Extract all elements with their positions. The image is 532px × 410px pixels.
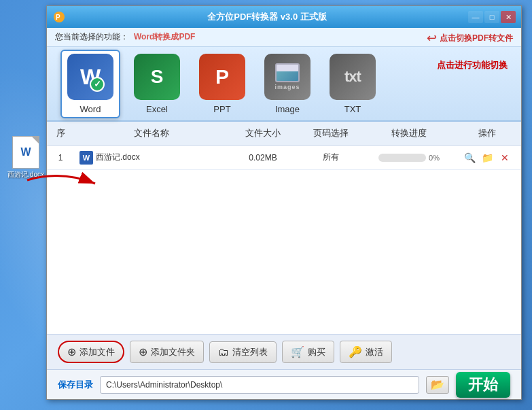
excel-icon-box: S [134, 54, 180, 100]
app-icon: P [52, 10, 66, 24]
excel-label: Excel [146, 104, 168, 114]
window-controls: — □ ✕ [468, 11, 516, 23]
word-icon-inner: W ✓ [80, 66, 101, 88]
table-body: 1 W 西游记.docx 0.02MB 所有 0% [47, 146, 521, 334]
func-annotation: 点击进行功能切换 [437, 59, 508, 71]
add-folder-label: 添加文件夹 [151, 346, 195, 358]
folder-open-icon[interactable]: 📁 [480, 151, 494, 165]
func-annotation-text: 点击进行功能切换 [437, 59, 508, 71]
txt-icon-box: txt [330, 54, 376, 100]
table-header: 序 文件名称 文件大小 页码选择 转换进度 操作 [47, 122, 521, 146]
activate-icon: 🔑 [349, 345, 362, 358]
current-feature-label: Word转换成PDF [134, 31, 195, 43]
buy-label: 购买 [308, 346, 325, 358]
desktop-file-label: 西游记.docx [7, 170, 44, 180]
add-folder-button[interactable]: ⊕ 添加文件夹 [130, 341, 204, 363]
word-icon-box: W ✓ [67, 54, 113, 100]
add-file-button[interactable]: ⊕ 添加文件 [58, 341, 124, 363]
tool-excel[interactable]: S Excel [128, 51, 185, 117]
row-filename: W 西游记.docx [74, 148, 229, 167]
start-label: 开始 [468, 376, 498, 393]
view-icon[interactable]: 🔍 [463, 151, 476, 165]
minimize-button[interactable]: — [468, 11, 483, 23]
clear-list-button[interactable]: 🗂 清空列表 [209, 341, 277, 363]
add-folder-icon: ⊕ [139, 345, 147, 358]
progress-bar [378, 154, 426, 162]
action-icons: 🔍 📁 ✕ [456, 151, 518, 165]
clear-icon: 🗂 [218, 346, 229, 358]
add-file-label: 添加文件 [79, 346, 115, 358]
icon-toolbar: W ✓ Word S Excel P PPT imag [47, 47, 521, 122]
save-bar: 保存目录 📂 开始 [47, 369, 521, 399]
add-file-icon: ⊕ [67, 345, 76, 358]
clear-label: 清空列表 [232, 346, 268, 358]
ppt-label: PPT [213, 104, 230, 114]
tool-ppt[interactable]: P PPT [194, 51, 251, 117]
row-size: 0.02MB [229, 150, 297, 165]
title-bar: P 全方位PDF转换器 v3.0 正式版 — □ ✕ [47, 6, 521, 28]
col-index: 序 [47, 126, 74, 141]
col-size: 文件大小 [229, 126, 297, 141]
switch-button-label: 点击切换PDF转文件 [440, 33, 513, 44]
close-button[interactable]: ✕ [501, 11, 516, 23]
start-button[interactable]: 开始 [456, 372, 510, 398]
browse-folder-button[interactable]: 📂 [426, 376, 449, 394]
browse-folder-icon: 📂 [431, 378, 444, 391]
buy-button[interactable]: 🛒 购买 [282, 341, 334, 363]
desktop-file-preview: W [12, 136, 39, 169]
bottom-toolbar: ⊕ 添加文件 ⊕ 添加文件夹 🗂 清空列表 🛒 购买 🔑 激活 [47, 334, 521, 369]
switch-to-pdf-button[interactable]: ↩ 点击切换PDF转文件 [427, 31, 513, 46]
save-dir-label: 保存目录 [58, 379, 93, 391]
tool-image[interactable]: images Image [259, 51, 316, 117]
tool-word[interactable]: W ✓ Word [60, 50, 120, 118]
svg-text:P: P [56, 14, 60, 21]
image-icon-inner: images [274, 63, 300, 90]
col-pages: 页码选择 [297, 126, 365, 141]
activate-button[interactable]: 🔑 激活 [340, 341, 392, 363]
app-window: P 全方位PDF转换器 v3.0 正式版 — □ ✕ 您当前选择的功能： Wor… [46, 5, 522, 400]
activate-label: 激活 [366, 346, 383, 358]
image-icon-box: images [264, 54, 311, 100]
menu-bar: 您当前选择的功能： Word转换成PDF ↩ 点击切换PDF转文件 [47, 28, 521, 47]
word-checkmark: ✓ [90, 77, 105, 92]
desktop-file-icon[interactable]: W 西游记.docx [5, 136, 46, 180]
tool-txt[interactable]: txt TXT [324, 51, 381, 117]
window-title: 全方位PDF转换器 v3.0 正式版 [70, 11, 464, 23]
image-label: Image [275, 104, 300, 114]
row-pages: 所有 [297, 149, 365, 166]
row-index: 1 [47, 150, 74, 165]
word-label: Word [80, 104, 101, 114]
menu-prefix: 您当前选择的功能： [55, 31, 128, 43]
col-name: 文件名称 [74, 126, 229, 141]
buy-icon: 🛒 [291, 345, 304, 358]
progress-container: 0% [368, 154, 450, 162]
row-actions: 🔍 📁 ✕ [453, 148, 521, 167]
txt-label: TXT [344, 104, 361, 114]
delete-icon[interactable]: ✕ [498, 151, 512, 165]
table-row: 1 W 西游记.docx 0.02MB 所有 0% [47, 146, 521, 170]
file-type-icon: W [79, 151, 93, 165]
save-path-input[interactable] [100, 376, 419, 394]
maximize-button[interactable]: □ [484, 11, 499, 23]
switch-arrow-icon: ↩ [427, 31, 437, 46]
content-area: 序 文件名称 文件大小 页码选择 转换进度 操作 1 W 西游记.docx 0.… [47, 122, 521, 334]
progress-text: 0% [429, 154, 440, 162]
col-progress: 转换进度 [365, 126, 453, 141]
row-progress: 0% [365, 151, 453, 165]
col-action: 操作 [453, 126, 521, 141]
ppt-icon-box: P [199, 54, 245, 100]
